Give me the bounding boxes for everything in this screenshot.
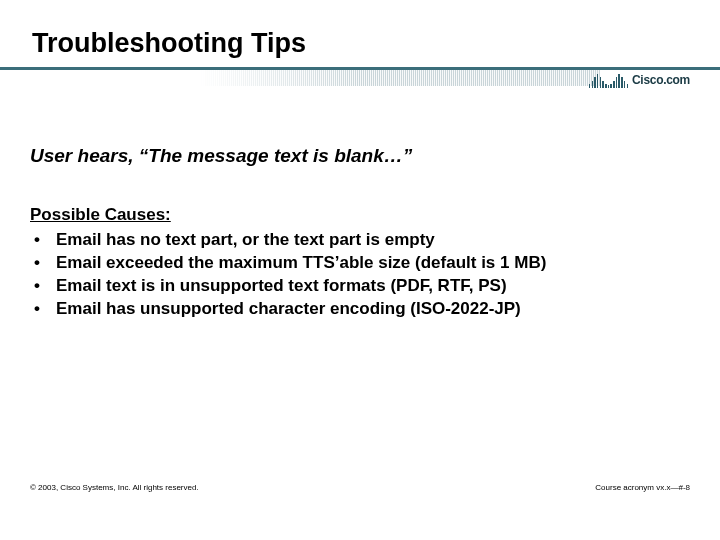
slide: Troubleshooting Tips Cisco <box>0 0 720 540</box>
slide-body: User hears, “The message text is blank…”… <box>30 89 690 321</box>
cisco-logo: Cisco.com <box>589 72 690 88</box>
slide-footer: © 2003, Cisco Systems, Inc. All rights r… <box>30 483 690 492</box>
list-item: Email has unsupported character encoding… <box>56 298 690 321</box>
divider-gradient <box>200 70 600 86</box>
logo-text: Cisco.com <box>632 73 690 87</box>
list-item: Email exceeded the maximum TTS’able size… <box>56 252 690 275</box>
causes-list: Email has no text part, or the text part… <box>30 229 690 321</box>
causes-heading: Possible Causes: <box>30 205 690 225</box>
slide-title: Troubleshooting Tips <box>30 28 690 59</box>
scenario-text: User hears, “The message text is blank…” <box>30 145 690 167</box>
copyright-text: © 2003, Cisco Systems, Inc. All rights r… <box>30 483 199 492</box>
list-item: Email text is in unsupported text format… <box>56 275 690 298</box>
title-divider: Cisco.com <box>0 67 720 89</box>
course-ref-text: Course acronym vx.x—#-8 <box>595 483 690 492</box>
list-item: Email has no text part, or the text part… <box>56 229 690 252</box>
cisco-bridge-icon <box>589 72 628 88</box>
